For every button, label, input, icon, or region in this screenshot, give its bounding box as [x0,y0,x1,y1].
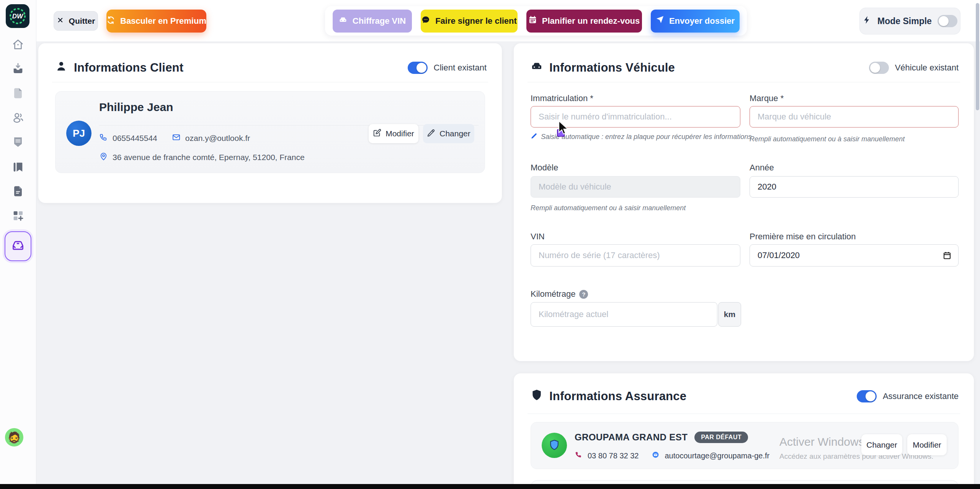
kilometrage-input[interactable] [531,302,717,327]
file-text-icon [11,185,24,199]
vehicle-existing-toggle[interactable] [869,62,889,74]
client-change-button[interactable]: Changer [423,124,474,143]
insurer-name: GROUPAMA GRAND EST [575,432,688,443]
client-existing-label: Client existant [434,63,487,73]
insurer-logo [542,433,567,458]
client-sign-button[interactable]: Faire signer le client [421,10,518,33]
client-card: PJ Philippe Jean 0655445544 ozan.y@outlo… [55,91,485,173]
inbox-icon [11,62,24,77]
topbar: Quitter Basculer en Premium Chiffrage VI… [36,0,980,41]
client-sign-label: Faire signer le client [435,16,517,26]
logo-text: DW [12,13,24,20]
shield-lines-icon [11,135,24,150]
shield-icon [531,389,543,404]
insurer-phone: 03 80 78 32 32 [588,451,639,460]
insurer-contact-row: 03 80 78 32 32 autocourtage@groupama-ge.… [575,451,769,461]
marque-helper: Rempli automatiquement ou à saisir manue… [750,135,905,143]
refresh-icon [106,16,115,27]
action-bar: Chiffrage VIN Faire signer le client Pla… [325,6,747,36]
mode-simple-label: Mode Simple [877,16,932,26]
sidebar-item-integrations[interactable] [11,209,25,224]
help-icon[interactable]: ? [579,290,588,299]
marque-label: Marque * [750,93,784,103]
quit-label: Quitter [69,16,95,26]
sidebar-item-vehicle-active[interactable] [5,231,31,261]
schedule-appointment-button[interactable]: Planifier un rendez-vous [526,10,642,33]
premium-toggle-button[interactable]: Basculer en Premium [106,10,206,33]
sidebar-item-bookmarks[interactable] [11,160,25,175]
client-change-label: Changer [439,129,470,138]
sidebar-item-notes[interactable] [11,185,25,199]
modele-input[interactable] [531,176,740,198]
insurer-name-row: GROUPAMA GRAND EST PAR DÉFAUT [575,432,748,443]
quit-button[interactable]: Quitter [54,11,98,31]
kilometrage-label: Kilométrage ? [531,289,588,299]
location-pin-icon [99,152,108,163]
client-name: Philippe Jean [99,101,173,114]
premium-label: Basculer en Premium [120,16,206,26]
first-registration-input[interactable] [750,244,959,267]
sidebar-item-home[interactable] [11,38,25,52]
client-modify-button[interactable]: Modifier [369,124,418,143]
insurer-modify-button[interactable]: Modifier [907,434,947,455]
vehicle-existing-label: Véhicule existant [895,63,959,73]
pencil-icon [427,129,435,139]
vin-pricing-label: Chiffrage VIN [353,16,406,26]
sidebar-item-certificates[interactable] [11,135,25,150]
vin-input[interactable] [531,244,740,267]
client-panel: Informations Client Client existant PJ P… [38,43,502,203]
scrollbar-thumb[interactable] [976,3,979,110]
insurer-change-button[interactable]: Changer [861,434,902,455]
email-icon [652,451,660,461]
calendar-icon [528,15,537,26]
vehicle-panel-title-text: Informations Véhicule [549,61,675,75]
modele-helper-text: Rempli automatiquement ou à saisir manue… [531,204,686,212]
assurance-panel-title: Informations Assurance [531,389,686,404]
assurance-existing-toggle[interactable] [857,390,877,402]
sidebar-item-documents[interactable] [11,87,25,101]
send-file-label: Envoyer dossier [669,16,735,26]
sidebar-item-inbox[interactable] [11,62,25,77]
mail-icon [172,133,181,144]
kilometrage-label-text: Kilométrage [531,289,575,299]
lightning-icon [862,15,872,27]
users-icon [11,111,24,126]
edit-square-icon [373,129,381,139]
annee-label: Année [750,163,774,173]
sidebar: DW 🧔 [0,0,36,489]
sidebar-item-clients[interactable] [11,111,25,126]
phone-icon [575,451,583,461]
car-icon [338,15,348,27]
home-icon [11,38,24,52]
annee-input[interactable] [750,176,959,198]
grid-plus-icon [11,209,24,224]
client-existing-toggle[interactable] [408,62,428,74]
vin-label: VIN [531,232,545,242]
client-panel-title: Informations Client [55,60,183,75]
car-icon [10,238,26,255]
mode-simple-control: Mode Simple [859,8,960,34]
assurance-panel: Informations Assurance Assurance existan… [514,373,974,489]
car-icon [531,60,543,75]
vehicle-panel-title: Informations Véhicule [531,60,675,75]
default-badge: PAR DÉFAUT [694,432,748,443]
bookmark-icon [11,160,24,175]
pencil-icon [531,132,537,141]
user-avatar[interactable]: 🧔 [5,428,23,446]
immatriculation-input[interactable] [531,106,740,128]
vin-pricing-button[interactable]: Chiffrage VIN [333,10,412,33]
marque-input[interactable] [750,106,959,128]
mode-simple-toggle[interactable] [938,15,957,27]
schedule-appointment-label: Planifier un rendez-vous [542,16,640,26]
sms-bubble-icon [421,15,430,27]
person-icon [55,60,67,75]
immatriculation-helper: Saisie automatique : entrez la plaque po… [531,132,751,141]
client-email: ozan.y@outlook.fr [185,134,250,143]
client-modify-label: Modifier [385,129,414,138]
modele-helper: Rempli automatiquement ou à saisir manue… [531,204,686,212]
assurance-card: GROUPAMA GRAND EST PAR DÉFAUT 03 80 78 3… [531,422,959,469]
assurance-existing-label: Assurance existante [883,391,959,401]
app-logo[interactable]: DW [6,4,29,28]
avatar-emoji: 🧔 [8,431,21,444]
send-file-button[interactable]: Envoyer dossier [651,10,740,33]
